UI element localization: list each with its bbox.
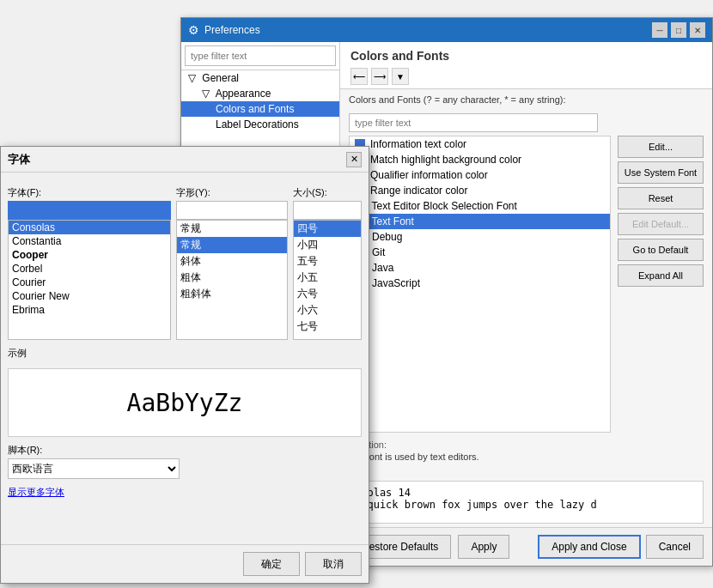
size-entry[interactable]: 六号	[294, 286, 361, 302]
preview-area: iew: nsolas 14 e quick brown fox jumps o…	[340, 465, 712, 527]
font-style-column: 字形(Y): 常规 常规 常规 斜体 粗体 粗斜体	[176, 186, 288, 340]
font-style-listbox[interactable]: 常规 常规 斜体 粗体 粗斜体	[176, 220, 288, 340]
right-header: Colors and Fonts ⟵ ⟶ ▼	[340, 42, 712, 89]
preferences-title: Preferences	[204, 24, 652, 36]
font-entry[interactable]: Courier New	[9, 289, 170, 303]
size-entry[interactable]: 五号	[294, 253, 361, 270]
font-columns: 字体(F): Consolas Consolas Constantia Coop…	[8, 186, 362, 340]
size-entry[interactable]: 小四	[294, 237, 361, 253]
font-name-listbox[interactable]: Consolas Constantia Cooper Corbel Courie…	[8, 220, 171, 340]
style-entry[interactable]: 常规	[177, 221, 287, 237]
nav-forward-button[interactable]: ⟶	[371, 68, 388, 85]
expand-arrow-general: ▽	[188, 72, 196, 84]
font-size-input[interactable]: 四号	[293, 201, 362, 220]
description-label: scription:	[349, 439, 704, 450]
preview-label: iew:	[349, 469, 704, 479]
go-to-default-button[interactable]: Go to Default	[618, 239, 704, 261]
preferences-icon: ⚙	[188, 23, 199, 37]
minimize-button[interactable]: ─	[652, 22, 667, 38]
sample-section: 示例 AaBbYyZz	[8, 347, 362, 437]
list-item[interactable]: Aa Text Editor Block Selection Font	[350, 198, 610, 214]
font-name-column: 字体(F): Consolas Consolas Constantia Coop…	[8, 186, 171, 340]
tree-item-appearance[interactable]: ▽ Appearance	[181, 86, 339, 101]
tree-item-general[interactable]: ▽ General	[181, 70, 339, 86]
size-entry[interactable]: 小五	[294, 270, 361, 286]
nav-back-button[interactable]: ⟵	[350, 68, 368, 85]
font-entry[interactable]: Courier	[9, 276, 170, 289]
edit-button[interactable]: Edit...	[618, 136, 704, 158]
size-entry[interactable]: 四号	[294, 221, 361, 237]
font-style-label: 字形(Y):	[176, 186, 288, 199]
preview-box: nsolas 14 e quick brown fox jumps over t…	[349, 481, 704, 524]
font-entry[interactable]: Cooper	[9, 248, 170, 262]
reset-button[interactable]: Reset	[618, 187, 704, 209]
filter-row	[340, 110, 712, 136]
colors-filter-input[interactable]	[349, 113, 598, 132]
list-item[interactable]: 📁 Java	[350, 260, 610, 276]
font-dialog: 字体 ✕ 字体(F): Consolas Consolas Constantia…	[0, 146, 369, 584]
list-item[interactable]: 📁 Debug	[350, 229, 610, 245]
script-select[interactable]: 西欧语言	[8, 458, 180, 479]
size-entry[interactable]: 小六	[294, 302, 361, 318]
list-item[interactable]: 📁 Git	[350, 245, 610, 260]
colors-fonts-label: Colors and Fonts (? = any character, * =…	[340, 89, 712, 110]
font-dialog-close-button[interactable]: ✕	[346, 152, 362, 167]
font-dialog-titlebar: 字体 ✕	[1, 147, 369, 173]
sample-label: 示例	[8, 347, 362, 360]
right-panel: Colors and Fonts ⟵ ⟶ ▼ Colors and Fonts …	[340, 42, 712, 566]
font-list-area: Information text color Match highlight b…	[340, 136, 712, 436]
font-entry[interactable]: Corbel	[9, 262, 170, 276]
filter-input[interactable]	[185, 45, 336, 66]
window-controls: ─ □ ✕	[652, 22, 705, 38]
font-entry[interactable]: Consolas	[9, 221, 170, 234]
right-content: Colors and Fonts (? = any character, * =…	[340, 89, 712, 527]
maximize-button[interactable]: □	[671, 22, 686, 38]
font-entry[interactable]: Ebrima	[9, 303, 170, 317]
filter-box	[181, 42, 339, 70]
nav-menu-button[interactable]: ▼	[392, 68, 409, 85]
style-entry[interactable]: 粗斜体	[177, 286, 287, 302]
list-item[interactable]: Match highlight background color	[350, 152, 610, 167]
sample-display: AaBbYyZz	[8, 368, 362, 437]
list-item[interactable]: Range indicator color	[350, 183, 610, 198]
font-size-listbox[interactable]: 四号 小四 五号 小五 六号 小六 七号	[293, 220, 362, 340]
footer-right: Apply and Close Cancel	[538, 535, 704, 559]
apply-close-button[interactable]: Apply and Close	[538, 535, 640, 559]
preferences-footer: Restore Defaults Apply Apply and Close C…	[340, 527, 712, 566]
list-item[interactable]: Information text color	[350, 136, 610, 152]
style-entry[interactable]: 粗体	[177, 270, 287, 286]
close-button[interactable]: ✕	[690, 22, 705, 38]
description-area: scription: text font is used by text edi…	[340, 436, 712, 465]
font-cancel-button[interactable]: 取消	[305, 552, 362, 576]
apply-button[interactable]: Apply	[458, 535, 509, 559]
style-entry[interactable]: 常规	[177, 237, 287, 253]
style-entry[interactable]: 斜体	[177, 253, 287, 270]
size-entry[interactable]: 七号	[294, 318, 361, 335]
expand-all-button[interactable]: Expand All	[618, 264, 704, 287]
font-style-input[interactable]: 常规	[176, 201, 288, 220]
font-size-column: 大小(S): 四号 四号 小四 五号 小五 六号 小六 七号	[293, 186, 362, 340]
font-dialog-body: 字体(F): Consolas Consolas Constantia Coop…	[1, 173, 369, 506]
font-confirm-button[interactable]: 确定	[243, 552, 300, 576]
font-name-label: 字体(F):	[8, 186, 171, 199]
font-size-label: 大小(S):	[293, 186, 362, 199]
cancel-button[interactable]: Cancel	[646, 535, 704, 559]
font-dialog-footer: 确定 取消	[1, 544, 369, 583]
edit-default-button[interactable]: Edit Default...	[618, 213, 704, 235]
header-nav: ⟵ ⟶ ▼	[350, 68, 702, 85]
expand-arrow-appearance: ▽	[202, 88, 210, 100]
font-entry[interactable]: Constantia	[9, 234, 170, 248]
show-more-fonts-link[interactable]: 显示更多字体	[8, 486, 64, 499]
font-items-list: Information text color Match highlight b…	[349, 136, 611, 433]
panel-heading: Colors and Fonts	[350, 49, 702, 63]
list-item[interactable]: Qualifier information color	[350, 167, 610, 183]
list-item-text-font[interactable]: Aa Text Font	[350, 214, 610, 229]
tree-item-colors-fonts[interactable]: Colors and Fonts	[181, 101, 339, 117]
right-buttons: Edit... Use System Font Reset Edit Defau…	[618, 136, 704, 433]
tree-item-label-decorations[interactable]: Label Decorations	[181, 117, 339, 132]
use-system-font-button[interactable]: Use System Font	[618, 161, 704, 184]
list-item[interactable]: 📁 JavaScript	[350, 276, 610, 291]
font-name-input[interactable]: Consolas	[8, 201, 171, 220]
footer-left: Restore Defaults Apply	[349, 535, 509, 559]
preferences-titlebar: ⚙ Preferences ─ □ ✕	[181, 18, 712, 42]
